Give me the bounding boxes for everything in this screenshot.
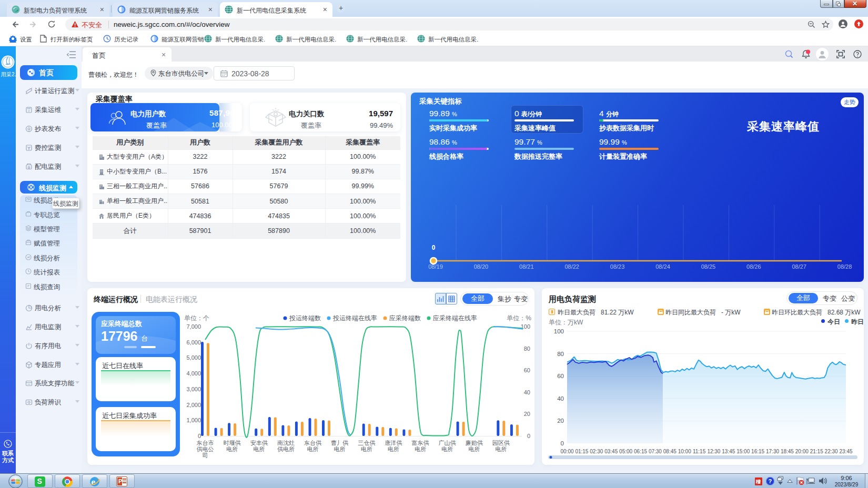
- svg-text:?: ?: [768, 478, 772, 484]
- svg-text:司: 司: [203, 452, 208, 459]
- svg-text:电所: 电所: [334, 446, 346, 452]
- svg-text:60: 60: [557, 373, 564, 379]
- svg-text:11:15: 11:15: [693, 449, 706, 454]
- svg-text:22:30: 22:30: [825, 449, 838, 454]
- svg-text:21:15: 21:15: [810, 449, 823, 454]
- svg-text:应采终端在线率: 应采终端在线率: [433, 314, 477, 322]
- svg-text:17:30: 17:30: [766, 449, 779, 454]
- svg-text:单位：个: 单位：个: [184, 314, 209, 322]
- svg-text:南沈灶: 南沈灶: [277, 440, 295, 446]
- svg-text:80: 80: [524, 345, 530, 352]
- svg-text:1,000: 1,000: [186, 417, 201, 423]
- svg-text:08/27: 08/27: [792, 263, 806, 270]
- svg-text:东台供: 东台供: [304, 440, 321, 446]
- svg-text:园区供: 园区供: [492, 440, 510, 446]
- svg-text:电所: 电所: [415, 446, 426, 452]
- svg-text:0: 0: [198, 433, 201, 439]
- svg-text:08/26: 08/26: [746, 263, 761, 270]
- svg-text:08/22: 08/22: [564, 263, 579, 270]
- svg-text:08:45: 08:45: [663, 449, 677, 454]
- svg-text:投运终端数: 投运终端数: [289, 314, 321, 322]
- svg-text:6,000: 6,000: [186, 339, 201, 345]
- svg-text:廉贻供: 廉贻供: [466, 440, 483, 446]
- svg-text:16:15: 16:15: [751, 449, 764, 454]
- svg-text:唐洋供: 唐洋供: [385, 440, 402, 446]
- svg-text:广山供: 广山供: [439, 440, 456, 446]
- svg-text:08/20: 08/20: [474, 263, 489, 270]
- svg-text:18:45: 18:45: [781, 449, 794, 454]
- svg-text:08/25: 08/25: [701, 263, 716, 270]
- svg-text:00:00: 00:00: [560, 449, 573, 454]
- svg-text:电所: 电所: [468, 446, 480, 452]
- svg-text:15:00: 15:00: [736, 449, 750, 454]
- svg-text:80: 80: [557, 351, 564, 357]
- svg-text:电所: 电所: [226, 446, 238, 452]
- svg-text:08/21: 08/21: [519, 263, 534, 270]
- svg-text:电所: 电所: [495, 446, 507, 452]
- svg-text:电所: 电所: [361, 446, 372, 452]
- svg-text:e: e: [92, 477, 96, 487]
- svg-text:20:00: 20:00: [795, 449, 809, 454]
- svg-text:01:15: 01:15: [575, 449, 588, 454]
- svg-text:4,000: 4,000: [186, 370, 201, 377]
- svg-text:0: 0: [432, 244, 436, 251]
- svg-text:0: 0: [561, 440, 564, 446]
- svg-text:7,000: 7,000: [186, 323, 201, 330]
- svg-text:08/23: 08/23: [610, 263, 625, 270]
- svg-text:单位：%: 单位：%: [507, 314, 531, 322]
- svg-text:20: 20: [557, 418, 564, 424]
- svg-text:3,000: 3,000: [186, 386, 201, 392]
- svg-text:投运终端在线率: 投运终端在线率: [332, 314, 377, 322]
- svg-text:5,000: 5,000: [186, 354, 201, 361]
- svg-text:08/28: 08/28: [837, 263, 852, 270]
- svg-text:08/19: 08/19: [428, 263, 443, 270]
- svg-text:02:30: 02:30: [590, 449, 603, 454]
- svg-text:应采终端数: 应采终端数: [389, 314, 421, 322]
- svg-text:电所: 电所: [307, 446, 319, 452]
- svg-text:07:30: 07:30: [649, 449, 662, 454]
- svg-text:20: 20: [524, 411, 530, 417]
- svg-text:电所: 电所: [441, 446, 453, 452]
- svg-text:0: 0: [527, 433, 530, 439]
- svg-text:40: 40: [524, 389, 530, 395]
- svg-text:05:00: 05:00: [619, 449, 632, 454]
- svg-text:13:45: 13:45: [722, 449, 735, 454]
- svg-text:06:15: 06:15: [634, 449, 647, 454]
- svg-text:曹丿供: 曹丿供: [331, 440, 348, 446]
- svg-text:安丰供: 安丰供: [250, 440, 268, 446]
- svg-text:东台市: 东台市: [197, 440, 214, 446]
- svg-text:电所: 电所: [253, 446, 265, 452]
- svg-text:10:00: 10:00: [678, 449, 691, 454]
- svg-text:三仓供: 三仓供: [358, 440, 375, 446]
- svg-text:供电所: 供电所: [277, 446, 295, 452]
- svg-text:富东供: 富东供: [412, 440, 429, 446]
- svg-text:60: 60: [524, 367, 530, 373]
- svg-text:23:45: 23:45: [839, 449, 852, 454]
- svg-text:时堰供: 时堰供: [224, 440, 241, 446]
- svg-text:08/24: 08/24: [655, 263, 670, 270]
- svg-text:03:45: 03:45: [604, 449, 618, 454]
- svg-text:电所: 电所: [388, 446, 399, 452]
- svg-text:2,000: 2,000: [186, 402, 201, 408]
- svg-text:100: 100: [554, 328, 564, 334]
- svg-text:40: 40: [557, 395, 564, 402]
- svg-text:12:30: 12:30: [707, 449, 720, 454]
- svg-text:供电公: 供电公: [197, 446, 214, 452]
